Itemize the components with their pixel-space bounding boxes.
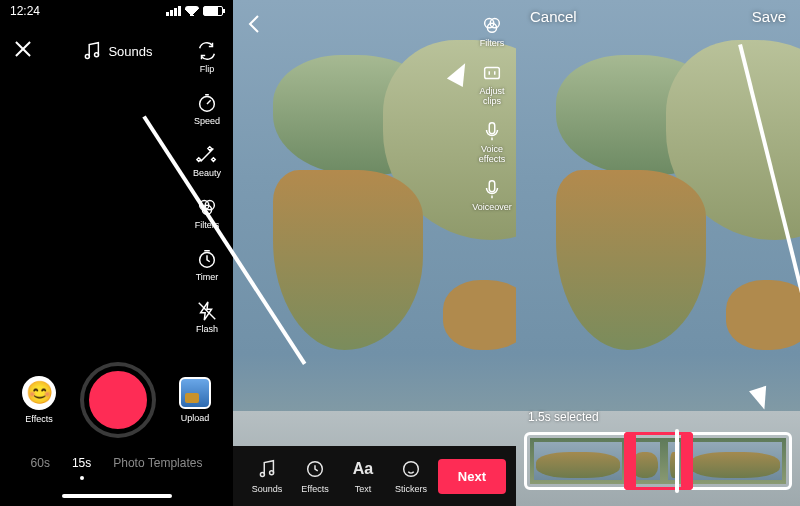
battery-icon (203, 6, 223, 16)
music-note-icon (256, 458, 278, 480)
svg-point-16 (404, 462, 419, 477)
save-button[interactable]: Save (752, 8, 786, 25)
stickers-icon (400, 458, 422, 480)
trim-handle-right[interactable] (681, 432, 693, 490)
effects-label: Effects (25, 414, 52, 424)
svg-point-2 (200, 97, 215, 112)
clip-timeline[interactable] (524, 432, 792, 490)
timer-button[interactable]: Timer (187, 248, 227, 282)
upload-label: Upload (181, 413, 210, 423)
duration-modes: 60s 15s Photo Templates (0, 456, 233, 470)
sounds-button[interactable]: Sounds (80, 40, 152, 62)
smiley-icon: 😊 (22, 376, 56, 410)
record-screen: 12:24 Sounds Flip Speed Beauty Filters T… (0, 0, 233, 506)
clip-thumb[interactable] (684, 438, 786, 484)
record-button[interactable] (84, 366, 152, 434)
music-note-icon (80, 40, 102, 62)
voice-effects-icon (481, 120, 503, 142)
svg-rect-11 (489, 123, 495, 134)
speed-button[interactable]: Speed (187, 92, 227, 126)
svg-point-0 (85, 54, 89, 58)
wifi-icon (185, 6, 199, 16)
gallery-icon (179, 377, 211, 409)
clip-thumb[interactable] (530, 438, 626, 484)
status-time: 12:24 (10, 4, 40, 18)
status-icons (166, 4, 223, 18)
trim-handle-left[interactable] (624, 432, 636, 490)
voiceover-button[interactable]: Voiceover (472, 178, 512, 212)
playhead[interactable] (675, 429, 679, 493)
svg-point-1 (94, 53, 98, 57)
filters-edit-button[interactable]: Filters (472, 14, 512, 48)
svg-point-14 (270, 471, 274, 475)
adjust-clips-button[interactable]: Adjust clips (472, 62, 512, 106)
effects-tool[interactable]: Effects (291, 458, 339, 494)
cancel-button[interactable]: Cancel (530, 8, 577, 25)
sounds-tool[interactable]: Sounds (243, 458, 291, 494)
upload-button[interactable]: Upload (179, 377, 211, 423)
next-button[interactable]: Next (438, 459, 506, 494)
effects-button[interactable]: 😊 Effects (22, 376, 56, 424)
top-actions: Cancel Save (516, 8, 800, 25)
flip-icon (196, 40, 218, 62)
clip-preview (516, 0, 800, 506)
record-row: 😊 Effects Upload (0, 366, 233, 434)
status-bar: 12:24 (0, 0, 233, 22)
camera-side-tools: Flip Speed Beauty Filters Timer Flash (187, 40, 227, 334)
home-indicator (62, 494, 172, 498)
stickers-tool[interactable]: Stickers (387, 458, 435, 494)
svg-point-13 (260, 472, 264, 476)
flash-off-icon (196, 300, 218, 322)
close-button[interactable] (14, 40, 32, 58)
mode-15s[interactable]: 15s (72, 456, 91, 470)
back-button[interactable] (243, 12, 267, 36)
flip-button[interactable]: Flip (187, 40, 227, 74)
cellular-icon (166, 6, 181, 16)
mode-photo-templates[interactable]: Photo Templates (113, 456, 202, 470)
beauty-button[interactable]: Beauty (187, 144, 227, 178)
selection-duration-label: 1.5s selected (528, 410, 599, 424)
flash-button[interactable]: Flash (187, 300, 227, 334)
voiceover-icon (481, 178, 503, 200)
text-icon: Aa (352, 458, 374, 480)
adjust-clips-icon (481, 62, 503, 84)
sounds-label: Sounds (108, 44, 152, 59)
adjust-clips-screen: Cancel Save 1.5s selected (516, 0, 800, 506)
edit-side-tools: Filters Adjust clips Voice effects Voice… (472, 14, 512, 212)
bottom-toolbar: Sounds Effects AaText Stickers Next (233, 446, 516, 506)
speed-icon (196, 92, 218, 114)
voice-effects-button[interactable]: Voice effects (472, 120, 512, 164)
svg-rect-12 (489, 181, 495, 192)
beauty-icon (196, 144, 218, 166)
timer-icon (196, 248, 218, 270)
mode-60s[interactable]: 60s (31, 456, 50, 470)
effects-clock-icon (304, 458, 326, 480)
svg-rect-10 (485, 68, 500, 79)
text-tool[interactable]: AaText (339, 458, 387, 494)
filters-icon (481, 14, 503, 36)
edit-preview-screen: Filters Adjust clips Voice effects Voice… (233, 0, 516, 506)
